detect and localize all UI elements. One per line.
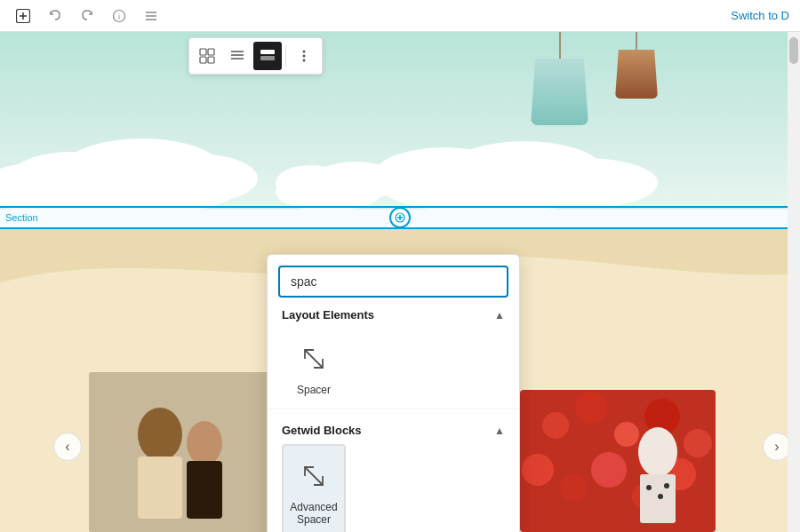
search-popup: Layout Elements ▲ Spacer Getwid Blocks ▲ <box>267 254 520 532</box>
carousel-prev-button[interactable]: ‹ <box>53 433 82 461</box>
svg-point-18 <box>303 55 306 58</box>
svg-rect-16 <box>260 56 275 60</box>
flowers-image-svg <box>520 390 716 532</box>
svg-rect-11 <box>208 57 214 63</box>
section-indicator: Section <box>0 206 800 229</box>
switch-to-d-link[interactable]: Switch to D <box>731 9 789 22</box>
svg-rect-37 <box>138 457 182 519</box>
add-block-button[interactable] <box>11 4 36 28</box>
undo-button[interactable] <box>43 4 68 28</box>
svg-point-43 <box>614 422 639 447</box>
svg-text:i: i <box>118 12 120 21</box>
svg-line-56 <box>305 350 323 368</box>
layout-grid-btn[interactable] <box>193 42 221 70</box>
svg-point-53 <box>646 485 652 490</box>
svg-point-54 <box>658 494 663 499</box>
svg-point-47 <box>560 474 587 501</box>
svg-point-45 <box>684 429 712 457</box>
svg-line-57 <box>305 467 323 485</box>
people-image-svg <box>89 372 284 532</box>
getwid-blocks-row: Advanced Spacer <box>268 444 519 532</box>
svg-point-38 <box>187 421 222 465</box>
spacer-icon <box>292 337 335 380</box>
svg-point-55 <box>664 483 669 488</box>
svg-point-46 <box>522 454 554 486</box>
svg-point-48 <box>591 452 627 488</box>
svg-point-17 <box>303 51 306 53</box>
scrollbar: ▲ <box>788 32 800 532</box>
svg-point-30 <box>311 162 400 201</box>
svg-point-36 <box>138 408 182 461</box>
menu-button[interactable] <box>139 4 164 28</box>
canvas: Section <box>0 32 800 532</box>
info-button[interactable]: i <box>107 4 132 28</box>
spacer-label: Spacer <box>297 384 331 396</box>
svg-rect-8 <box>200 49 206 55</box>
layout-block-btn[interactable] <box>253 42 282 70</box>
section-add-button[interactable] <box>389 207 411 228</box>
section-divider <box>268 409 519 409</box>
layout-elements-blocks: Spacer <box>268 329 519 405</box>
top-toolbar: i Switch to D <box>0 0 800 32</box>
toolbar-left: i <box>11 4 164 28</box>
toolbar-divider <box>285 45 286 67</box>
advanced-spacer-block-item[interactable]: Advanced Spacer <box>282 444 346 532</box>
advanced-spacer-label: Advanced Spacer <box>290 501 337 526</box>
spacer-block-item[interactable]: Spacer <box>282 329 346 405</box>
layout-elements-chevron[interactable]: ▲ <box>494 309 505 322</box>
scrollbar-thumb[interactable] <box>789 37 798 64</box>
layout-elements-header: Layout Elements ▲ <box>268 298 519 329</box>
advanced-spacer-icon <box>292 455 335 497</box>
block-search-input[interactable] <box>278 266 508 298</box>
svg-point-51 <box>638 427 677 477</box>
svg-point-42 <box>575 392 607 424</box>
layout-list-btn[interactable] <box>223 42 252 70</box>
svg-point-41 <box>542 412 569 439</box>
svg-rect-9 <box>208 49 214 55</box>
getwid-blocks-label: Getwid Blocks <box>282 424 362 437</box>
clouds-svg <box>0 32 800 210</box>
redo-button[interactable] <box>75 4 100 28</box>
svg-point-19 <box>303 60 306 62</box>
section-label: Section <box>0 212 44 223</box>
search-input-wrapper <box>268 255 519 298</box>
image-people <box>89 372 284 532</box>
block-toolbar <box>188 37 323 75</box>
svg-point-27 <box>516 158 658 208</box>
svg-rect-52 <box>640 474 676 523</box>
getwid-blocks-header: Getwid Blocks ▲ <box>268 413 519 444</box>
image-flowers <box>520 390 716 532</box>
sky-section <box>0 32 800 210</box>
svg-point-23 <box>133 154 258 203</box>
getwid-blocks-chevron[interactable]: ▲ <box>494 425 505 437</box>
svg-rect-39 <box>187 461 222 519</box>
svg-rect-10 <box>200 57 206 63</box>
more-options-btn[interactable] <box>290 42 318 70</box>
layout-elements-label: Layout Elements <box>282 308 374 322</box>
svg-rect-15 <box>260 50 275 54</box>
